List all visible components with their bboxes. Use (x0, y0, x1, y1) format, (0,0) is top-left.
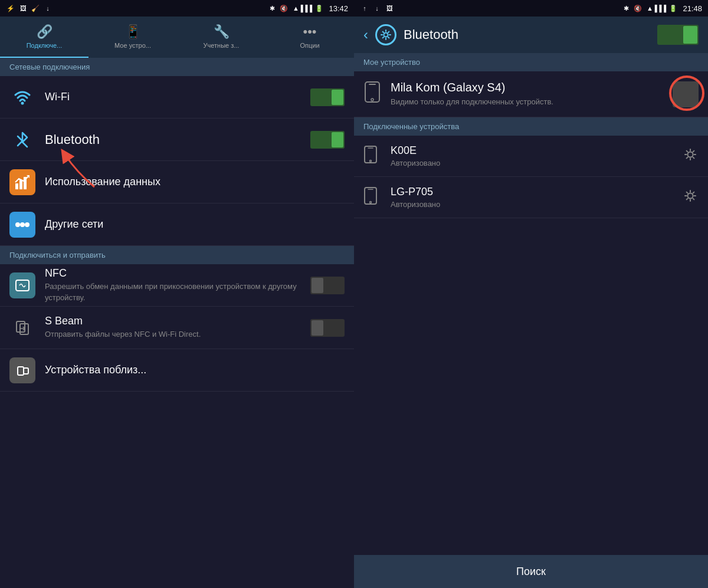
right-header: ‹ Bluetooth (354, 17, 708, 53)
my-device-section-header: Мое устройство (354, 53, 708, 71)
svg-rect-3 (19, 180, 22, 189)
wifi-icon (9, 84, 35, 110)
lgp705-info: LG-P705 Авторизовано (391, 186, 682, 209)
svg-point-8 (25, 222, 30, 227)
k00e-info: K00E Авторизовано (391, 144, 682, 167)
lgp705-phone-icon (363, 187, 381, 208)
nfc-toggle[interactable] (310, 277, 345, 294)
lgp705-settings-icon[interactable] (682, 188, 699, 208)
bluetooth-item[interactable]: Bluetooth (0, 119, 354, 161)
right-status-icons-left: ↑ ↓ 🖼 (360, 4, 394, 13)
section-network-header: Сетевые подключения (0, 58, 354, 76)
right-image-icon: 🖼 (385, 4, 394, 13)
svg-point-24 (370, 201, 372, 203)
right-status-bar: ↑ ↓ 🖼 ✱ 🔇 ▲ ▌▌▌ 🔋 21:48 (354, 0, 708, 17)
wifi-content: Wi-Fi (45, 91, 310, 103)
visibility-toggle-container (673, 81, 699, 107)
svg-point-6 (15, 222, 20, 227)
tab-accounts-label: Учетные з... (204, 42, 240, 49)
svg-point-21 (688, 152, 693, 157)
data-usage-item[interactable]: Использование данных (0, 161, 354, 203)
image-icon: 🖼 (18, 4, 28, 13)
right-download2-icon: ↓ (372, 4, 382, 13)
nfc-content: NFC Разрешить обмен данными при прикосно… (45, 267, 310, 303)
download-icon: ↓ (43, 4, 53, 13)
svg-point-20 (370, 160, 372, 162)
data-usage-icon (9, 169, 35, 195)
svg-rect-12 (18, 367, 24, 375)
device-k00e[interactable]: K00E Авторизовано (354, 136, 708, 177)
tab-my-device[interactable]: 📱 Мое устро... (88, 17, 177, 58)
right-battery-icon: 🔋 (668, 4, 678, 13)
nfc-toggle-knob (312, 278, 323, 293)
other-networks-content: Другие сети (45, 218, 345, 231)
sbeam-title: S Beam (45, 315, 83, 327)
section-connect-header: Подключиться и отправить (0, 246, 354, 264)
svg-point-17 (371, 98, 373, 101)
tab-connections[interactable]: 🔗 Подключе... (0, 17, 88, 58)
tab-connections-icon: 🔗 (37, 24, 53, 40)
left-tab-bar: 🔗 Подключе... 📱 Мое устро... 🔧 Учетные з… (0, 17, 354, 58)
usb-icon: ⚡ (6, 4, 15, 13)
left-signal-icon: ▌▌▌ (303, 4, 312, 13)
other-networks-item[interactable]: Другие сети (0, 203, 354, 246)
sbeam-content: S Beam Отправить файлы через NFC и Wi-Fi… (45, 315, 310, 340)
my-device-info: Mila Kom (Galaxy S4) Видимо только для п… (391, 81, 673, 107)
left-time: 13:42 (329, 4, 348, 13)
right-bluetooth-status-icon: ✱ (621, 4, 631, 13)
k00e-phone-icon (363, 146, 381, 167)
right-mute-icon: 🔇 (633, 4, 643, 13)
nfc-item[interactable]: NFC Разрешить обмен данными при прикосно… (0, 264, 354, 307)
nearby-devices-icon (9, 357, 35, 383)
sbeam-item[interactable]: S Beam Отправить файлы через NFC и Wi-Fi… (0, 307, 354, 349)
left-bluetooth-status-icon: ✱ (267, 4, 277, 13)
right-panel: ↑ ↓ 🖼 ✱ 🔇 ▲ ▌▌▌ 🔋 21:48 ‹ Bluetooth Мое … (354, 0, 708, 588)
device-lgp705[interactable]: LG-P705 Авторизовано (354, 177, 708, 218)
visibility-toggle[interactable] (673, 81, 699, 107)
svg-point-14 (384, 33, 388, 37)
right-time: 21:48 (683, 4, 702, 13)
tab-options[interactable]: ••• Опции (266, 17, 354, 58)
k00e-settings-icon[interactable] (682, 146, 699, 166)
back-button[interactable]: ‹ (363, 27, 368, 43)
left-mute-icon: 🔇 (279, 4, 289, 13)
lgp705-status: Авторизовано (391, 200, 682, 209)
bluetooth-toggle[interactable] (310, 131, 345, 149)
my-device-phone-icon (363, 81, 381, 107)
nearby-devices-content: Устройства поблиз... (45, 364, 345, 376)
left-wifi-status-icon: ▲ (291, 4, 300, 13)
settings-list: Wi-Fi Bluetooth (0, 76, 354, 588)
sbeam-subtitle: Отправить файлы через NFC и Wi-Fi Direct… (45, 329, 310, 340)
svg-point-0 (21, 101, 24, 104)
wifi-item[interactable]: Wi-Fi (0, 76, 354, 119)
tab-accounts[interactable]: 🔧 Учетные з... (177, 17, 266, 58)
svg-point-7 (20, 222, 25, 227)
connected-section-header: Подключенные устройства (354, 117, 708, 136)
bluetooth-main-toggle[interactable] (657, 25, 699, 45)
left-battery-icon: 🔋 (314, 4, 324, 13)
my-device-row[interactable]: Mila Kom (Galaxy S4) Видимо только для п… (354, 71, 708, 117)
other-networks-title: Другие сети (45, 218, 103, 230)
lgp705-name: LG-P705 (391, 186, 682, 198)
svg-rect-13 (24, 368, 28, 374)
bluetooth-icon (9, 127, 35, 153)
bluetooth-title: Bluetooth (45, 132, 100, 147)
nearby-devices-item[interactable]: Устройства поблиз... (0, 349, 354, 392)
left-status-bar: ⚡ 🖼 🧹 ↓ ✱ 🔇 ▲ ▌▌▌ 🔋 13:42 (0, 0, 354, 17)
nfc-subtitle: Разрешить обмен данными при прикосновени… (45, 281, 310, 303)
bluetooth-toggle-knob (332, 132, 343, 147)
search-button[interactable]: Поиск (354, 555, 708, 588)
right-wifi-icon: ▲ (645, 4, 654, 13)
k00e-name: K00E (391, 144, 682, 157)
nfc-title: NFC (45, 267, 67, 279)
svg-rect-15 (365, 82, 379, 102)
sbeam-toggle[interactable] (310, 319, 345, 337)
svg-point-25 (688, 193, 693, 198)
right-signal-icon: ▌▌▌ (657, 4, 666, 13)
broom-icon: 🧹 (31, 4, 40, 13)
right-status-icons-right: ✱ 🔇 ▲ ▌▌▌ 🔋 21:48 (621, 4, 702, 13)
nearby-devices-title: Устройства поблиз... (45, 364, 146, 376)
right-upload-icon: ↑ (360, 4, 369, 13)
my-device-name: Mila Kom (Galaxy S4) (391, 81, 673, 94)
wifi-toggle[interactable] (310, 88, 345, 106)
